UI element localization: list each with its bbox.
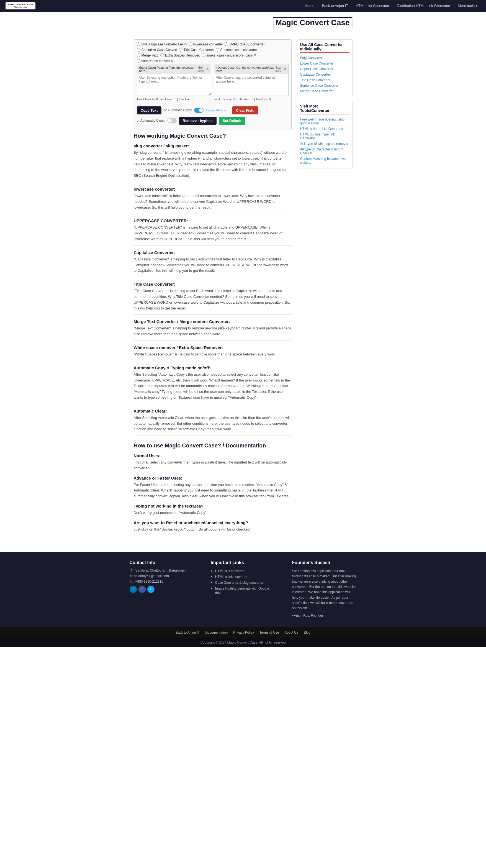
radio-capitalize[interactable] [137,48,140,52]
radio-snake[interactable] [202,54,205,57]
doc-title: How to use Magic Convert Case? / Documen… [134,442,292,449]
sidebar-visit-more-link[interactable]: Free web Image hosting using google Driv… [300,117,350,126]
auto-copy-toggle[interactable] [194,108,203,113]
gear-icon-snake[interactable]: ⚙ [254,54,256,57]
header: MAGIC CONVERT CASE Make life easy Home |… [0,0,486,12]
section-text: After Selecting "Automatic Copy", the us… [134,372,292,401]
section-text: "Capitalize Converter" is helping to set… [134,256,292,274]
tab-capitalize[interactable]: Capitalize Case Convert [137,48,177,52]
section-heading: Capitalize Converter: [134,250,292,255]
sidebar-visit-more-link[interactable]: ALL type of white space remover [300,141,350,147]
radio-url-slug[interactable] [137,42,140,46]
gear-icon[interactable]: ⚙ [184,42,187,46]
nav-html-list[interactable]: HTML List Generator [353,4,392,8]
tab-extra-spaces[interactable]: Extra Spaces Remover: [160,54,200,57]
tabs-row-1: URL slug-case / kebab-case ⚙ lowercase c… [137,42,289,52]
clear-field-button[interactable]: Clear Field [232,106,258,115]
buttons-row: Copy Text or Automatic Copy: Typing Mode… [137,104,289,127]
tab-lowercase[interactable]: lowercase converter [189,42,223,46]
remove-hyphen-button[interactable]: Remove - hyphen [179,117,217,125]
footer-link[interactable]: Case Converter & slug converter [215,581,263,585]
facebook-icon[interactable]: f [138,586,145,593]
radio-sentence[interactable] [216,48,219,52]
footer-nav: Back to Anjon ITDocumentationPrivacy Pol… [0,627,486,638]
footer-nav-link[interactable]: Terms of Use [259,630,279,634]
footer-nav-link[interactable]: Documentation [205,630,228,634]
footer-speech-text: For creating this application our main t… [292,568,356,611]
sidebar-use-all-link[interactable]: Capitalize Converter [300,72,350,77]
footer: Contact Info 📍Sandwip, Chattogram, Bangl… [0,552,486,627]
section-text: "Title Case Converter" is helping to set… [134,288,292,311]
section-text: "Merge Text Converter" is helping to rem… [134,326,292,337]
section-heading: White space remover / Extra Space Remove… [134,345,292,350]
radio-extra-spaces[interactable] [160,54,164,57]
output-stats: Total Character:0 | Total Word: 0 | Tota… [214,97,289,102]
doc-section-text: Just click on the "Unchecked All" button… [134,527,292,532]
auto-clear-label: or Automatic Clear: [137,119,165,122]
input-textarea[interactable] [137,74,211,96]
sidebar-visit-more-link[interactable]: All type of Character & lenght Checker [300,147,350,156]
section-heading: Automatic Copy & Typing mode on/off: [134,366,292,370]
more-tools-button[interactable]: More tools ▾ [455,4,481,8]
radio-lowercase[interactable] [189,42,192,46]
tab-merge[interactable]: Merge Text: [137,54,159,57]
footer-link[interactable]: HTML a link converter [215,575,248,579]
sidebar-use-all-link[interactable]: Lower Case Converter [300,61,350,66]
radio-camel[interactable] [137,59,140,63]
nav-distribution-html[interactable]: Distribution HTML Link Generator [394,4,453,8]
doc-section-heading: Advance or Faster Uses: [134,476,292,480]
nav-home[interactable]: Home [302,4,317,8]
section-text: "lowercase converter" is helping to set … [134,193,292,210]
footer-nav-link[interactable]: Blog [304,630,311,634]
tab-snake[interactable]: snake_case / underscore_case ⚙ [202,54,256,57]
doc-sections: Normal Uses:First of all select any conv… [134,453,292,532]
sidebar-use-all-link[interactable]: Upper Case Converter [300,66,350,72]
footer-copyright: Copyright © 2024 Magic Convert Case. All… [0,638,486,647]
sidebar-use-all-link[interactable]: Sentence Case Converter [300,83,350,88]
footer-nav-link[interactable]: Back to Anjon IT [175,630,200,634]
logo-sub: Make life easy [14,6,27,8]
sidebar-visit-more-link[interactable]: HTML multipe hyperlink Generator [300,132,350,141]
footer-contact-item: ✉anjonroy57@gmail.com [130,574,194,578]
sidebar-use-all-link[interactable]: Slug Converter [300,55,350,61]
sidebar-visit-more-link[interactable]: HTML ordered List Generator [300,126,350,132]
sidebar-use-all-link[interactable]: Title Case Converter [300,77,350,83]
footer-contact-col: Contact Info 📍Sandwip, Chattogram, Bangl… [130,560,194,619]
footer-link[interactable]: HTML ul li converter [215,569,245,573]
linkedin-icon[interactable]: in [130,586,137,593]
twitter-icon[interactable]: t [147,586,155,593]
footer-nav-link[interactable]: About Us [285,630,298,634]
copy-text-button[interactable]: Copy Text [137,106,162,115]
gear-icon-camel[interactable]: ⚙ [171,59,174,63]
nav-back-anjon[interactable]: Back to Anjon IT [319,4,351,8]
auto-copy-label: or Automatic Copy: [164,108,192,112]
tab-sentence[interactable]: Sentence case converter [216,48,257,52]
main-nav: Home | Back to Anjon IT | HTML List Gene… [302,4,481,8]
footer-contact-item: 📞+880 1830-212810 [130,580,194,584]
sidebar-visit-more-link[interactable]: Content Matching between two website [300,156,350,165]
radio-title[interactable] [179,48,183,52]
settings-icon-output: ⚙ [284,68,286,71]
tab-camel[interactable]: camelCase convert ⚙ [137,59,174,63]
section-heading: Title Case Converter: [134,282,292,286]
sidebar-visit-more-links: Free web Image hosting using google Driv… [300,117,350,165]
sidebar-use-all-link[interactable]: Merge Case Converter [300,88,350,94]
footer-nav-link[interactable]: Privacy Policy [233,630,254,634]
tab-title[interactable]: Title Case Converter [179,48,214,52]
input-box-style-button[interactable]: Box style ⚙ [196,66,209,72]
output-box-style-button[interactable]: Box style ⚙ [273,66,286,72]
tab-url-slug[interactable]: URL slug-case / kebab-case ⚙ [137,42,187,46]
section-heading: lowercase converter: [134,187,292,191]
main-content: URL slug-case / kebab-case ⚙ lowercase c… [134,39,292,535]
logo: MAGIC CONVERT CASE Make life easy [5,2,35,9]
sidebar-use-all-links: Slug ConverterLower Case ConverterUpper … [300,55,350,94]
output-textarea[interactable] [214,74,289,96]
radio-merge[interactable] [137,54,140,57]
tab-uppercase[interactable]: UPPERCASE converter [225,42,264,46]
radio-uppercase[interactable] [225,42,228,46]
chevron-down-icon: ▾ [476,4,478,8]
footer-link[interactable]: Image Hosting generate with Google drive [215,587,269,595]
auto-clear-toggle[interactable] [167,118,177,123]
section-text: After Selecting Automatic Clear, when th… [134,415,292,432]
set-default-button[interactable]: Set Default [219,117,245,125]
